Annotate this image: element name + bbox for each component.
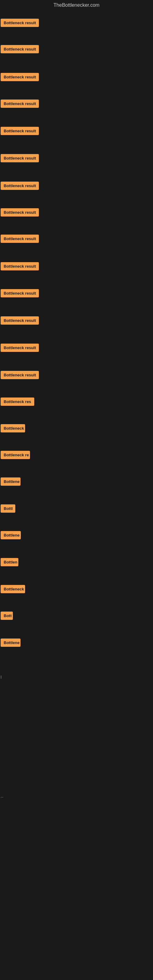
bottleneck-result-item[interactable]: Bottleneck result [1,235,39,243]
bottleneck-result-item[interactable]: Bottleneck result [1,73,39,81]
bottleneck-result-item[interactable]: Bottleneck result [1,100,39,108]
bottleneck-result-item[interactable]: Bottleneck re [1,451,30,459]
site-title: TheBottlenecker.com [0,0,153,10]
bottleneck-result-item[interactable]: Bottleneck result [1,317,39,325]
bottleneck-result-item[interactable]: Bottleneck result [1,371,39,379]
bottleneck-result-item[interactable]: Bottleneck result [1,127,39,135]
bottleneck-result-item[interactable]: Bottleneck result [1,262,39,270]
bottleneck-result-item[interactable]: Bottleneck result [1,208,39,216]
bottleneck-result-item[interactable]: Bottleneck result [1,19,39,27]
bottleneck-result-item[interactable]: Bottleneck [1,585,25,593]
bottleneck-result-item[interactable]: Bott [1,612,13,620]
bottleneck-result-item[interactable]: Bottleneck result [1,154,39,162]
bottleneck-result-item[interactable]: Bottleneck result [1,45,39,53]
bottleneck-result-item[interactable]: Bottlene [1,531,21,539]
bottleneck-result-item[interactable]: Bottleneck result [1,344,39,352]
bottleneck-result-item[interactable]: Bottl [1,504,15,513]
marker: | [1,675,2,679]
bottleneck-result-item[interactable]: Bottleneck result [1,181,39,190]
bottleneck-result-item[interactable]: Bottlene [1,638,21,647]
bottleneck-result-item[interactable]: Bottleneck res [1,398,34,406]
bottleneck-result-item[interactable]: Bottlen [1,558,18,566]
bottleneck-result-item[interactable]: Bottlene [1,477,21,486]
bottleneck-result-item[interactable]: Bottleneck result [1,289,39,298]
marker: ... [1,794,3,798]
bottleneck-result-item[interactable]: Bottleneck [1,424,25,433]
